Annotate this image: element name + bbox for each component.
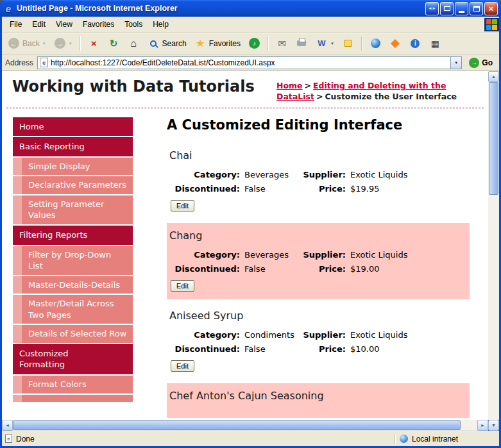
- titlebar[interactable]: e Untitled Page - Microsoft Internet Exp…: [0, 0, 501, 17]
- info-button[interactable]: i: [406, 36, 425, 51]
- category-value: Beverages: [243, 250, 301, 260]
- vertical-scroll-track[interactable]: [488, 82, 499, 420]
- forward-dropdown-icon[interactable]: ▼: [69, 42, 72, 46]
- back-label: Back: [22, 39, 40, 48]
- sidebar-item-partial[interactable]: [13, 395, 133, 402]
- product-details: Category: Condiments Supplier: Exotic Li…: [169, 330, 464, 354]
- main-content: A Customized Editing Interface Chai Cate…: [167, 117, 470, 418]
- sidebar-item-declarative-parameters[interactable]: Declarative Parameters: [13, 176, 133, 194]
- address-dropdown-button[interactable]: ▼: [450, 57, 461, 69]
- sidebar-section-basic-reporting[interactable]: Basic Reporting: [13, 137, 133, 156]
- mail-button[interactable]: ✉: [273, 36, 291, 51]
- menu-edit[interactable]: Edit: [27, 18, 51, 31]
- sidebar-item-label: Master-Details-Details: [28, 280, 120, 290]
- resize-horizontal-button[interactable]: ◄►: [425, 2, 439, 15]
- sidebar-item-simple-display[interactable]: Simple Display: [13, 158, 133, 176]
- close-button[interactable]: ×: [484, 2, 498, 15]
- refresh-button[interactable]: ↻: [105, 36, 123, 51]
- vertical-scrollbar[interactable]: ▲: [488, 71, 499, 420]
- discontinued-label: Discontinued:: [169, 344, 243, 354]
- sidebar-item-format-colors[interactable]: Format Colors: [13, 376, 133, 394]
- sidebar-item-setting-parameter-values[interactable]: Setting Parameter Values: [13, 195, 133, 224]
- scroll-down-button[interactable]: ▼: [488, 420, 499, 431]
- price-label: Price:: [301, 344, 349, 354]
- sidebar-section-filtering-reports[interactable]: Filtering Reports: [13, 226, 133, 245]
- grid-icon: ▦: [429, 37, 441, 49]
- sidebar-item-label: Format Colors: [28, 379, 87, 389]
- favorites-button[interactable]: ★ Favorites: [191, 36, 244, 51]
- breadcrumb-current: Customize the User Interface: [325, 92, 457, 101]
- messenger-button[interactable]: [386, 36, 405, 51]
- price-label: Price:: [301, 184, 349, 194]
- scroll-right-button[interactable]: ►: [477, 420, 488, 431]
- media-button[interactable]: ♪: [245, 36, 264, 51]
- page-body: Home Basic Reporting Simple Display Decl…: [2, 108, 488, 418]
- left-right-arrows-icon: ◄►: [429, 6, 436, 10]
- maximize-button[interactable]: [470, 2, 483, 15]
- sidebar-item-master-details-details[interactable]: Master-Details-Details: [13, 276, 133, 294]
- back-button[interactable]: ← Back ▼: [4, 36, 49, 51]
- menu-favorites[interactable]: Favorites: [78, 18, 119, 31]
- intranet-zone-icon: [400, 435, 408, 443]
- minimize-button[interactable]: [455, 2, 468, 15]
- address-bar: Address e http://localhost:1227/Code/Edi…: [2, 54, 499, 71]
- sidebar-item-label: Simple Display: [28, 162, 90, 171]
- toolbar-separator: [267, 37, 269, 51]
- horizontal-scroll-track[interactable]: [13, 420, 477, 431]
- globe-button[interactable]: [366, 36, 385, 51]
- page-content: Working with Data Tutorials Home>Editing…: [2, 71, 488, 420]
- go-button[interactable]: → Go: [466, 58, 496, 68]
- go-label: Go: [482, 58, 493, 67]
- scroll-up-button[interactable]: ▲: [488, 71, 499, 82]
- document-icon: e: [5, 435, 12, 443]
- supplier-label: Supplier:: [301, 330, 349, 340]
- status-separator: [395, 434, 396, 444]
- sidebar-item-label: Details of Selected Row: [28, 329, 126, 338]
- search-button[interactable]: Search: [144, 36, 190, 51]
- discontinued-value: False: [243, 344, 301, 354]
- horizontal-scroll-thumb[interactable]: [13, 420, 461, 430]
- horizontal-scrollbar[interactable]: ◄ ►: [2, 420, 488, 431]
- product-chef-anton-s-cajun-seasoning: Chef Anton's Cajun Seasoning Category: S…: [167, 383, 470, 418]
- edit-button[interactable]: Edit: [171, 280, 194, 292]
- minimize-icon: [459, 11, 464, 13]
- breadcrumb-home-link[interactable]: Home: [276, 81, 303, 90]
- menu-tools[interactable]: Tools: [119, 18, 148, 31]
- price-value: $19.00: [349, 264, 464, 274]
- menu-view[interactable]: View: [51, 18, 78, 31]
- product-chai: Chai Category: Beverages Supplier: Exoti…: [167, 143, 470, 219]
- sidebar-item-details-of-selected-row[interactable]: Details of Selected Row: [13, 325, 133, 343]
- media-icon: ♪: [249, 38, 260, 49]
- sidebar-section-home[interactable]: Home: [13, 117, 133, 137]
- forward-button[interactable]: → ▼: [51, 36, 76, 51]
- menu-help[interactable]: Help: [148, 18, 174, 31]
- home-button[interactable]: ⌂: [124, 36, 143, 51]
- address-label: Address: [5, 58, 33, 67]
- category-label: Category:: [169, 170, 243, 179]
- info-icon: i: [411, 39, 420, 48]
- scroll-left-icon: ◄: [5, 423, 10, 427]
- stop-icon: ×: [88, 37, 100, 49]
- toolbar-separator: [361, 37, 362, 51]
- edit-button[interactable]: Edit: [171, 360, 194, 372]
- back-dropdown-icon[interactable]: ▼: [42, 42, 46, 46]
- edit-button[interactable]: Edit: [171, 200, 194, 212]
- stop-button[interactable]: ×: [85, 36, 103, 51]
- scroll-left-button[interactable]: ◄: [2, 420, 13, 431]
- vertical-scroll-thumb[interactable]: [489, 82, 498, 195]
- discuss-button[interactable]: [339, 36, 357, 51]
- sidebar-item-label: Customized Formatting: [19, 349, 69, 370]
- print-button[interactable]: [293, 36, 311, 51]
- supplier-value: Exotic Liquids: [349, 330, 464, 340]
- edit-word-button[interactable]: W ▼: [312, 36, 337, 51]
- sidebar-item-filter-by-drop-down-list[interactable]: Filter by Drop-Down List: [13, 246, 133, 275]
- address-input[interactable]: e http://localhost:1227/Code/EditDeleteD…: [37, 56, 462, 69]
- grid-button[interactable]: ▦: [426, 36, 445, 51]
- toggle-window-button[interactable]: [440, 2, 454, 15]
- sidebar-item-master-detail-across-two-pages[interactable]: Master/Detail Across Two Pages: [13, 295, 133, 324]
- toolbar: ← Back ▼ → ▼ × ↻ ⌂ Search ★ Favorites ♪ …: [2, 33, 499, 54]
- product-details: Category: Beverages Supplier: Exotic Liq…: [169, 250, 464, 274]
- edit-dropdown-icon[interactable]: ▼: [330, 42, 334, 46]
- sidebar-section-customized-formatting[interactable]: Customized Formatting: [13, 344, 133, 374]
- menu-file[interactable]: File: [4, 18, 27, 31]
